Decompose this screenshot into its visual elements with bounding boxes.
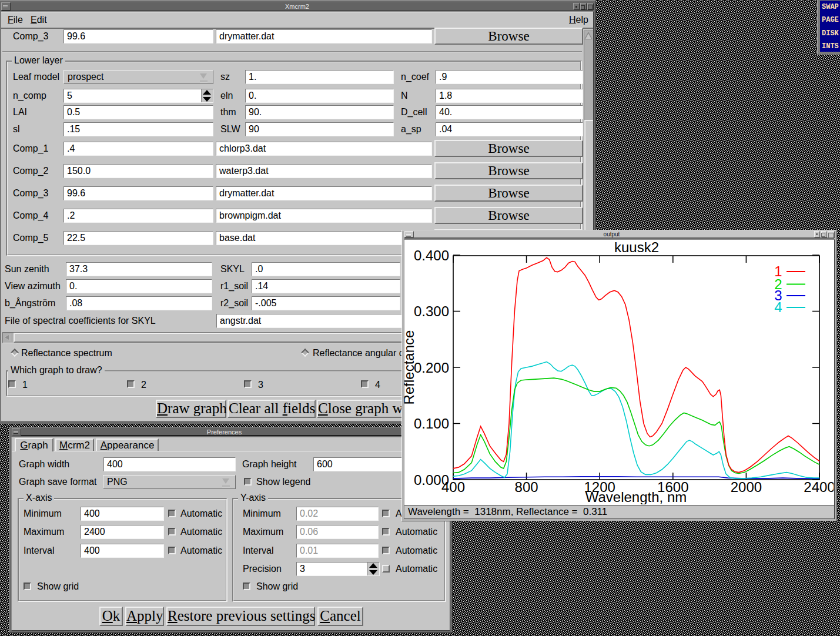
svg-text:400: 400 xyxy=(441,479,465,495)
svg-text:0.100: 0.100 xyxy=(414,416,449,431)
svg-text:0.300: 0.300 xyxy=(414,303,449,319)
svg-text:0.400: 0.400 xyxy=(414,247,449,263)
svg-text:800: 800 xyxy=(515,479,538,495)
svg-text:Wavelength, nm: Wavelength, nm xyxy=(585,489,687,504)
svg-text:2000: 2000 xyxy=(731,479,762,495)
svg-text:Reflectance: Reflectance xyxy=(404,330,417,405)
svg-text:kuusk2: kuusk2 xyxy=(614,240,659,255)
svg-text:0.200: 0.200 xyxy=(414,360,449,376)
svg-text:4: 4 xyxy=(774,299,782,315)
svg-text:2400: 2400 xyxy=(804,479,834,495)
